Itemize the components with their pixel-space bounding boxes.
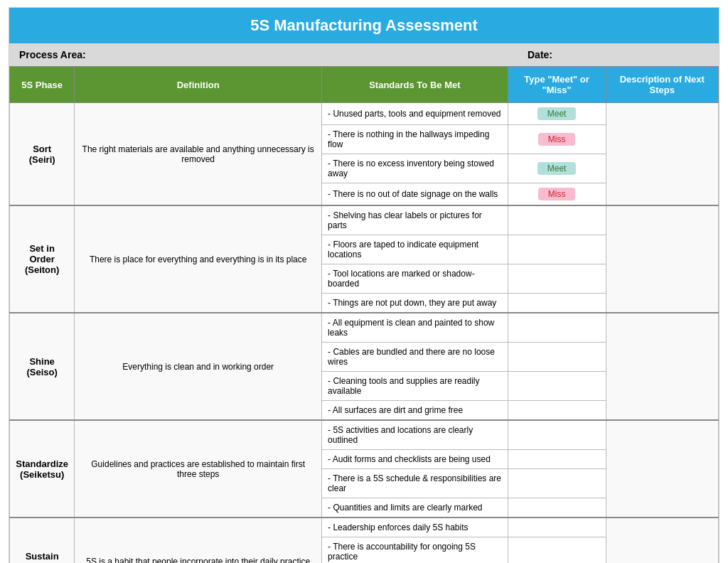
definition-cell: Everything is clean and in working order (75, 313, 322, 420)
meet-miss-cell[interactable] (508, 343, 606, 372)
standard-cell: - Unused parts, tools and equipment remo… (322, 103, 508, 125)
definition-cell: There is place for everything and everyt… (75, 205, 322, 313)
next-steps-cell[interactable] (606, 205, 718, 313)
meet-miss-cell[interactable] (508, 450, 606, 469)
phase-cell: Standardize(Seiketsu) (10, 420, 75, 518)
assessment-table: 5S Phase Definition Standards To Be Met … (9, 66, 719, 563)
meet-miss-cell[interactable] (508, 518, 606, 537)
meet-miss-cell[interactable] (508, 420, 606, 450)
meet-miss-cell[interactable] (508, 313, 606, 343)
standard-cell: - There is a 5S schedule & responsibilit… (322, 469, 508, 498)
standard-cell: - Cleaning tools and supplies are readil… (322, 372, 508, 401)
meet-miss-cell[interactable] (508, 205, 606, 235)
standard-cell: - Leadership enforces daily 5S habits (322, 518, 508, 537)
miss-badge: Miss (538, 133, 576, 146)
definition-cell: Guidelines and practices are established… (75, 420, 322, 518)
header-standards: Standards To Be Met (322, 67, 508, 103)
standard-cell: - Cables are bundled and there are no lo… (322, 343, 508, 372)
next-steps-cell[interactable] (606, 420, 718, 518)
miss-badge: Miss (538, 188, 576, 200)
definition-cell: 5S is a habit that people incorporate in… (75, 518, 322, 563)
page-title: 5S Manufacturing Assessment (9, 8, 719, 43)
standard-cell: - There is no out of date signage on the… (322, 183, 508, 206)
header-next-steps: Description of Next Steps (606, 67, 718, 103)
standard-cell: - There is accountability for ongoing 5S… (322, 537, 508, 564)
standard-cell: - Things are not put down, they are put … (322, 294, 508, 313)
meet-badge: Meet (537, 162, 577, 175)
meet-miss-cell[interactable]: Miss (508, 125, 606, 154)
header-type: Type "Meet" or "Miss" (508, 67, 606, 103)
date-label: Date: (528, 49, 552, 60)
next-steps-cell[interactable] (606, 103, 718, 206)
meet-miss-cell[interactable] (508, 372, 606, 401)
standard-cell: - There is no excess inventory being sto… (322, 154, 508, 183)
standard-cell: - 5S activities and locations are clearl… (322, 420, 508, 450)
meet-miss-cell[interactable]: Meet (508, 103, 606, 125)
standard-cell: - Tool locations are marked or shadow-bo… (322, 264, 508, 294)
header-phase: 5S Phase (10, 67, 75, 103)
process-area-label: Process Area: (19, 49, 86, 60)
meet-badge: Meet (537, 107, 577, 120)
standard-cell: - All equipment is clean and painted to … (322, 313, 508, 343)
meet-miss-cell[interactable] (508, 469, 606, 498)
meet-miss-cell[interactable] (508, 264, 606, 294)
phase-cell: Set in Order(Seiton) (10, 205, 75, 313)
phase-cell: Shine(Seiso) (10, 313, 75, 420)
meet-miss-cell[interactable] (508, 498, 606, 518)
meet-miss-cell[interactable] (508, 537, 606, 564)
meet-miss-cell[interactable]: Miss (508, 183, 606, 206)
phase-cell: Sort(Seiri) (10, 103, 75, 206)
standard-cell: - All surfaces are dirt and grime free (322, 401, 508, 421)
header-definition: Definition (75, 67, 322, 103)
standard-cell: - Floors are taped to indicate equipment… (322, 235, 508, 264)
standard-cell: - Quantities and limits are clearly mark… (322, 498, 508, 518)
definition-cell: The right materials are available and an… (75, 103, 322, 206)
standard-cell: - Audit forms and checklists are being u… (322, 450, 508, 469)
next-steps-cell[interactable] (606, 518, 718, 563)
meet-miss-cell[interactable] (508, 401, 606, 421)
standard-cell: - Shelving has clear labels or pictures … (322, 205, 508, 235)
meet-miss-cell[interactable] (508, 294, 606, 313)
next-steps-cell[interactable] (606, 313, 718, 420)
phase-cell: Sustain(Shitsuke) (10, 518, 75, 563)
standard-cell: - There is nothing in the hallways imped… (322, 125, 508, 154)
meet-miss-cell[interactable]: Meet (508, 154, 606, 183)
meet-miss-cell[interactable] (508, 235, 606, 264)
